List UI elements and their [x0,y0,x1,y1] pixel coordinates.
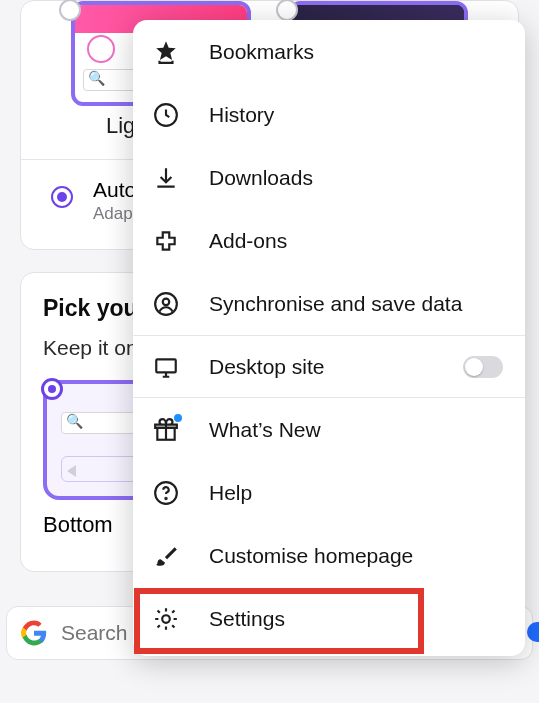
menu-customise-label: Customise homepage [209,544,413,568]
brush-icon [153,543,179,569]
radio-selected-icon [51,186,73,208]
menu-history[interactable]: History [133,83,525,146]
menu-desktop-site[interactable]: Desktop site [133,335,525,398]
download-icon [153,165,179,191]
history-icon [153,102,179,128]
menu-sync-label: Synchronise and save data [209,292,462,316]
menu-settings[interactable]: Settings [133,587,525,650]
gift-icon [153,417,179,443]
main-menu: Bookmarks History Downloads Add-ons Sync… [133,20,525,656]
new-indicator-dot [174,414,182,422]
menu-bookmarks-label: Bookmarks [209,40,314,64]
help-icon [153,480,179,506]
menu-help-label: Help [209,481,252,505]
bookmark-icon [153,39,179,65]
svg-point-6 [165,497,166,498]
menu-settings-label: Settings [209,607,285,631]
desktop-site-toggle[interactable] [463,356,503,378]
menu-bookmarks[interactable]: Bookmarks [133,20,525,83]
menu-desktop-site-label: Desktop site [209,355,325,379]
menu-sync[interactable]: Synchronise and save data [133,272,525,335]
menu-addons[interactable]: Add-ons [133,209,525,272]
svg-rect-3 [156,359,176,372]
sync-icon [153,291,179,317]
svg-point-2 [163,298,170,305]
menu-history-label: History [209,103,274,127]
menu-whats-new[interactable]: What’s New [133,398,525,461]
menu-help[interactable]: Help [133,461,525,524]
google-icon [21,620,47,646]
svg-point-7 [162,615,170,623]
menu-downloads[interactable]: Downloads [133,146,525,209]
settings-icon [153,606,179,632]
menu-whats-new-label: What’s New [209,418,321,442]
desktop-icon [153,354,179,380]
menu-addons-label: Add-ons [209,229,287,253]
addon-icon [153,228,179,254]
menu-customise-homepage[interactable]: Customise homepage [133,524,525,587]
menu-downloads-label: Downloads [209,166,313,190]
